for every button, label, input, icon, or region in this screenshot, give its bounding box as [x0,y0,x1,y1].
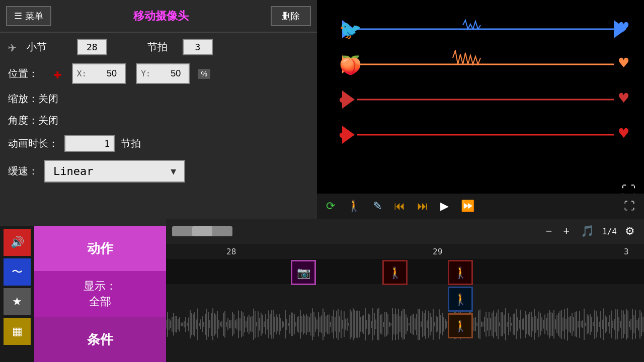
measure-value-box[interactable]: 28 [77,39,107,55]
red-char-2-icon: 🚶 [454,266,467,279]
right-panel: ♥ ♥ ♥ ♥ 🐦 🍑 ❤ ❤ ⛶ [317,0,644,211]
track-2: ♥ [342,50,629,73]
loop-button[interactable]: ⟳ [322,198,339,215]
measure-row: ✈ 小节 28 节拍 3 [8,39,309,55]
easing-value: Linear [53,165,93,177]
track1-char: 🐦 [339,19,362,41]
metronome-button[interactable]: 🎵 [578,224,597,239]
duration-row: 动画时长： 1 节拍 [8,135,309,152]
wave-button[interactable]: 〜 [4,258,31,286]
ruler-mark-29: 29 [433,247,442,256]
ruler-mark-28: 28 [226,247,236,256]
track4-char: ❤ [339,125,350,146]
timeline: 28 29 3 waveform lines generated by JS b… [166,244,644,362]
sprite-blue-char[interactable]: 🚶 [448,287,473,312]
bottom-bar: − + 🎵 1/4 ⚙ [166,219,644,244]
track1-end-heart: ♥ [619,18,629,37]
waveform-svg: waveform lines generated by JS below [166,284,644,362]
control-bar: ⟳ 🚶 ✎ ⏮ ⏭ ▶ ⏩ ⛶ [317,194,644,219]
condition-panel-button[interactable]: 条件 [34,317,166,362]
play-button[interactable]: ▶ [436,198,453,215]
track-1: ♥ [342,18,629,38]
easing-dropdown[interactable]: Linear ▼ [44,160,185,183]
character-button[interactable]: 🚶 [343,198,365,215]
beat-value-box[interactable]: 3 [183,39,213,55]
orange-char-icon: 🚶 [454,320,467,332]
track3-end-heart: ♥ [619,88,629,108]
beat-label: 节拍 [147,40,168,54]
sprite-red-char-2[interactable]: 🚶 [448,260,473,285]
track4-end-heart: ♥ [619,124,629,143]
action-panel-button[interactable]: 动作 [34,226,166,272]
duration-value-box[interactable]: 1 [64,135,115,152]
chevron-down-icon: ▼ [171,166,176,176]
crosshair-icon: ✚ [53,65,62,82]
fullscreen-button[interactable]: ⛶ [620,198,639,215]
duration-unit: 节拍 [121,137,141,150]
track3-char: ❤ [339,90,350,111]
star-button[interactable]: ★ [4,288,31,315]
show-panel-button[interactable]: 显示：全部 [34,272,166,318]
ruler-mark-3: 3 [624,247,629,256]
position-row: 位置： ✚ X: Y: % [8,63,309,84]
left-panel: ✈ 小节 28 节拍 3 位置： ✚ X: Y: % 缩放：关闭 角度：关闭 动… [0,33,317,226]
track2-wave [453,50,480,64]
edit-button[interactable]: ✎ [369,198,386,215]
left-sidebar: 🔊 〜 ★ ▦ [0,226,34,362]
settings-button[interactable]: ⚙ [622,224,638,239]
measure-label: 小节 [27,40,67,54]
audio-button[interactable]: 🔊 [4,229,31,256]
tracks-svg: ♥ ♥ ♥ ♥ 🐦 🍑 ❤ ❤ ⛶ [317,0,644,211]
percent-button[interactable]: % [198,69,210,79]
waveform-background: waveform lines generated by JS below [166,284,644,362]
track-4: ♥ [342,124,629,144]
top-bar: ☰ 菜单 移动摄像头 删除 [0,0,317,33]
pos-y-prefix: Y: [141,69,150,78]
blue-char-icon: 🚶 [454,293,467,306]
pos-x-input[interactable] [91,66,121,81]
next-button[interactable]: ⏩ [457,198,478,215]
sprite-red-char-1[interactable]: 🚶 [382,260,408,285]
prev-button[interactable]: ⏭ [413,198,432,215]
measure-icon: ✈ [8,39,17,55]
timeline-ruler: 28 29 3 [166,244,644,259]
track1-wave [463,20,480,29]
grid-button[interactable]: ▦ [4,318,31,345]
menu-button[interactable]: ☰ 菜单 [6,6,51,26]
easing-label: 缓速： [8,164,38,178]
plus-button[interactable]: + [560,224,573,239]
easing-row: 缓速： Linear ▼ [8,160,309,183]
pos-x-wrapper: X: [72,63,126,84]
sprite-camera[interactable]: 📷 [291,260,316,285]
menu-panels: 动作 显示：全部 条件 [34,226,166,362]
duration-label: 动画时长： [8,137,58,150]
timeline-content: waveform lines generated by JS below 📷 🚶… [166,259,644,362]
menu-icon: ☰ [14,11,22,22]
minus-button[interactable]: − [542,224,555,239]
track2-end-heart: ♥ [619,53,629,72]
skip-start-button[interactable]: ⏮ [390,198,409,215]
timeline-slider[interactable] [172,226,232,236]
title-text: 移动摄像头 [56,9,266,24]
red-char-1-icon: 🚶 [388,266,402,279]
track-3: ♥ [342,88,629,109]
camera-icon: 📷 [297,266,310,279]
position-label: 位置： [8,67,48,80]
menu-label: 菜单 [25,10,43,22]
track2-char: 🍑 [339,54,362,76]
sprite-orange-char[interactable]: 🚶 [448,313,473,338]
pos-x-prefix: X: [77,69,87,78]
pos-y-input[interactable] [154,66,185,81]
angle-row: 角度：关闭 [8,114,309,127]
scale-row: 缩放：关闭 [8,92,309,106]
fraction-display: 1/4 [602,227,617,236]
pos-y-wrapper: Y: [136,63,190,84]
delete-button[interactable]: 删除 [271,6,311,26]
